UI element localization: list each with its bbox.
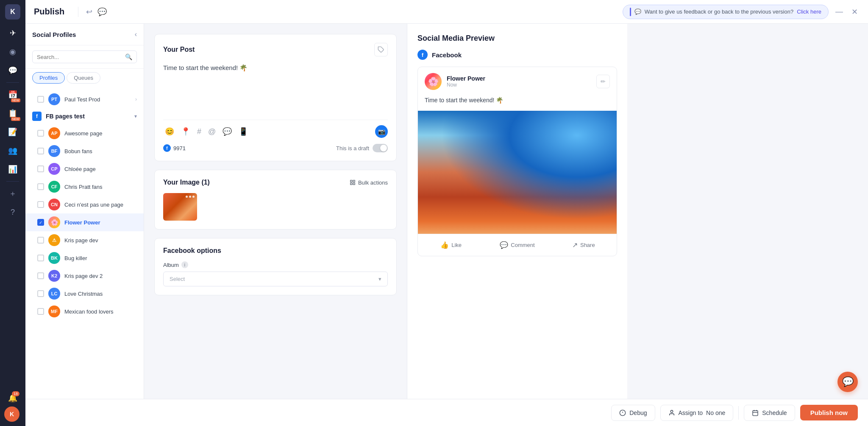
top-bar: Publish ↩ 💬 💬 Want to give us feedback o… <box>25 0 868 24</box>
tab-profiles[interactable]: Profiles <box>32 72 65 84</box>
new-badge-schedule: NEW <box>11 117 20 121</box>
profile-checkbox[interactable] <box>37 165 44 172</box>
comment-action[interactable]: 💬 Comment <box>484 238 550 252</box>
dot-1 <box>186 196 188 198</box>
feedback-link[interactable]: Click here <box>797 8 821 15</box>
profile-name: Bug killer <box>64 255 137 261</box>
share-label: Share <box>580 242 595 248</box>
profile-checkbox[interactable] <box>37 183 44 190</box>
tag-button[interactable] <box>374 43 388 56</box>
group-name: FB pages test <box>46 113 130 120</box>
profile-checkbox[interactable] <box>37 130 44 137</box>
publish-now-button[interactable]: Publish now <box>800 405 858 420</box>
app-logo[interactable]: K <box>5 4 20 20</box>
minimize-button[interactable]: — <box>834 6 845 18</box>
thumbs-up-icon: 👍 <box>440 241 449 249</box>
device-icon[interactable]: 📱 <box>237 125 250 138</box>
facebook-options-card: Facebook options Album i Select ▾ <box>154 238 397 295</box>
svg-rect-4 <box>353 183 355 185</box>
hashtag-icon[interactable]: # <box>195 126 203 138</box>
user-avatar[interactable]: K <box>4 406 19 422</box>
bulk-actions-button[interactable]: Bulk actions <box>350 179 388 186</box>
draft-toggle-switch[interactable] <box>373 144 388 152</box>
share-action[interactable]: ↗ Share <box>551 238 617 252</box>
list-item[interactable]: PT Paul Test Prod › <box>25 90 144 108</box>
preview-caption: Time to start the weekend! 🌴 <box>418 96 617 111</box>
list-item[interactable]: ⚠ Kris page dev <box>25 231 144 249</box>
list-item[interactable]: MF Mexican food lovers <box>25 303 144 320</box>
profile-checkbox[interactable] <box>37 237 44 244</box>
search-input[interactable] <box>37 54 122 60</box>
nav-icon-add[interactable]: ＋ <box>4 185 21 202</box>
preview-edit-button[interactable]: ✏ <box>596 75 610 88</box>
camera-button[interactable]: 📷 <box>375 125 388 138</box>
list-item[interactable]: CF Chris Pratt fans <box>25 178 144 196</box>
profile-checkbox[interactable] <box>37 255 44 261</box>
chat-button[interactable]: 💬 <box>837 372 858 392</box>
list-item[interactable]: BK Bug killer <box>25 249 144 267</box>
list-item[interactable]: K2 Kris page dev 2 <box>25 267 144 285</box>
profile-checkbox[interactable] <box>37 272 44 279</box>
tab-queues[interactable]: Queues <box>67 72 100 84</box>
preview-platform: f Facebook <box>417 50 617 60</box>
dot-2 <box>189 196 191 198</box>
profile-checkbox[interactable] <box>37 148 44 154</box>
assign-to-select[interactable]: Assign to No one <box>660 405 734 421</box>
debug-button[interactable]: Debug <box>611 405 655 421</box>
nav-icon-messages[interactable]: 💬 <box>4 62 21 79</box>
character-count: 9971 <box>173 145 186 151</box>
info-icon[interactable]: i <box>181 261 188 268</box>
list-item[interactable]: LC Love Christmas <box>25 285 144 303</box>
profile-avatar: AP <box>48 127 60 139</box>
nav-icon-publish[interactable]: ✈ <box>4 25 21 42</box>
sidebar-collapse-icon[interactable]: ‹ <box>135 31 137 38</box>
list-item[interactable]: AP Awesome page <box>25 124 144 142</box>
list-item[interactable]: ✓ 🌸 Flower Power <box>25 213 144 231</box>
list-item[interactable]: CP Chloée page <box>25 160 144 178</box>
close-button[interactable]: ✕ <box>850 6 860 18</box>
chevron-right-icon[interactable]: › <box>135 96 137 102</box>
list-item[interactable]: CN Ceci n'est pas une page <box>25 196 144 213</box>
dot-3 <box>192 196 195 198</box>
profile-checkbox[interactable] <box>37 201 44 208</box>
schedule-button[interactable]: Schedule <box>744 405 795 421</box>
nav-icon-team[interactable]: 👥 <box>4 142 21 159</box>
nav-icon-notifications[interactable]: 🔔 18 <box>4 390 21 406</box>
image-thumbnail[interactable] <box>163 193 197 221</box>
profile-name: Paul Test Prod <box>64 96 131 103</box>
comments-icon[interactable]: 💬 <box>97 7 107 17</box>
profile-checkbox-checked[interactable]: ✓ <box>37 219 44 226</box>
like-action[interactable]: 👍 Like <box>418 238 484 252</box>
profile-group-header[interactable]: f FB pages test ▾ <box>25 108 144 124</box>
group-chevron-icon[interactable]: ▾ <box>134 113 137 119</box>
album-select[interactable]: Select ▾ <box>163 272 388 286</box>
emoji-icon[interactable]: 😊 <box>163 125 176 138</box>
profile-name: Chris Pratt fans <box>64 184 137 190</box>
sidebar-title: Social Profiles <box>32 31 76 38</box>
nav-divider-2 <box>6 181 19 182</box>
svg-rect-3 <box>351 183 352 185</box>
profiles-list: PT Paul Test Prod › f FB pages test ▾ AP <box>25 87 144 399</box>
nav-icon-content[interactable]: 📝 <box>4 123 21 140</box>
profile-checkbox[interactable] <box>37 308 44 315</box>
list-item[interactable]: BF Bobun fans <box>25 142 144 160</box>
nav-icon-schedule-new[interactable]: 📋 NEW <box>4 105 21 122</box>
nav-icon-reports[interactable]: 📊 <box>4 161 21 178</box>
avatar-inner: CP <box>48 163 60 175</box>
preview-actions: 👍 Like 💬 Comment ↗ Share <box>418 234 617 256</box>
nav-icon-help[interactable]: ? <box>4 204 21 221</box>
mentions-icon[interactable]: @ <box>206 126 217 138</box>
post-textarea[interactable]: Time to start the weekend! 🌴 <box>163 63 388 118</box>
album-select-placeholder: Select <box>170 276 185 282</box>
location-icon[interactable]: 📍 <box>179 125 192 138</box>
profile-checkbox[interactable] <box>37 96 44 103</box>
undo-icon[interactable]: ↩ <box>86 7 92 17</box>
tabs-row: Profiles Queues <box>25 69 144 87</box>
image-thumb-dots <box>186 196 195 198</box>
preview-author-block: Flower Power Now <box>447 75 485 88</box>
nav-icon-calendar-new[interactable]: 📅 NEW <box>4 86 21 103</box>
bubble-icon[interactable]: 💬 <box>221 125 234 138</box>
profile-name: Kris page dev 2 <box>64 273 137 279</box>
nav-icon-analytics[interactable]: ◉ <box>4 43 21 60</box>
profile-checkbox[interactable] <box>37 290 44 297</box>
